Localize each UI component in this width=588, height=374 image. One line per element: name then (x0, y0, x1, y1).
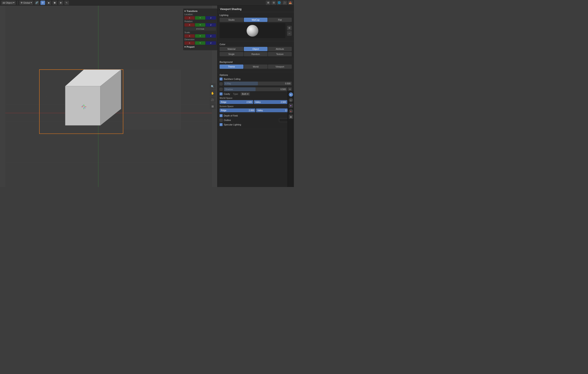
scale-z[interactable]: Z (206, 34, 216, 38)
transform-panel: ▾ Transform Location: X Y Z Rotation: X … (183, 9, 217, 50)
dof-label: Depth of Field (224, 114, 238, 117)
mode-label: dd (2, 1, 5, 4)
scene-button[interactable]: 🌐 (277, 1, 282, 5)
scale-fields: X Y Z (184, 34, 216, 38)
lighting-studio-btn[interactable]: Studio (220, 18, 243, 22)
outline-row: Outline (220, 118, 292, 122)
color-random-btn[interactable]: Random (244, 52, 268, 56)
matcap-actions: ⚙ ↔ (287, 26, 292, 36)
bg-viewport-btn[interactable]: Viewport (268, 64, 292, 69)
dim-z[interactable]: Z (206, 41, 216, 45)
screen-ridge-value: 2.000 (249, 109, 254, 112)
scale-y[interactable]: Y (195, 34, 205, 38)
screen-valley-label: Valley (257, 109, 263, 112)
camera-button[interactable]: 🎥 (210, 97, 216, 103)
shading-solid-button[interactable]: ■ (46, 1, 51, 5)
properties-world-icon[interactable]: ▦ (289, 115, 293, 119)
color-object-btn[interactable]: Object (244, 47, 268, 51)
lighting-section: Lighting Studio MatCap Flat ⚙ ↔ (217, 12, 294, 41)
stats-button[interactable]: ∿ (64, 1, 69, 5)
screen-ridge-label: Ridge (221, 109, 226, 112)
matcap-flip-btn[interactable]: ↔ (287, 31, 292, 36)
proportional-edit-button[interactable]: ⊙ (41, 1, 45, 5)
world-ridge-field[interactable]: Ridge 2.500 (220, 100, 253, 104)
bg-theme-btn[interactable]: Theme (220, 64, 243, 69)
location-z[interactable]: Z (206, 16, 216, 20)
background-section: Background Theme World Viewport (217, 59, 294, 72)
color-single-btn[interactable]: Single (220, 52, 243, 56)
rotation-mode[interactable]: XYZ Eule (184, 27, 216, 31)
backface-culling-checkbox[interactable] (220, 77, 222, 81)
rotation-y[interactable]: Y (195, 23, 205, 27)
specular-checkbox[interactable] (220, 123, 222, 126)
zoom-button[interactable]: 🔍 (210, 84, 216, 89)
shadow-checkbox[interactable] (220, 88, 222, 91)
screen-space-label: Screen Space (220, 105, 292, 107)
rotation-fields: X Y Z (184, 23, 216, 27)
shadow-field-container: Shadow 0.500 ⚙ (224, 87, 292, 91)
matcap-settings-btn[interactable]: ⚙ (287, 26, 292, 31)
dimensions-row: Dimension (184, 38, 216, 41)
xray-checkbox[interactable] (220, 82, 222, 85)
rotation-x[interactable]: X (184, 23, 195, 27)
dim-y[interactable]: Y (195, 41, 205, 45)
cavity-checkbox[interactable] (220, 92, 222, 96)
color-row-2: Single Random Texture (220, 52, 292, 56)
properties-viewlayer-icon[interactable]: ▼ (289, 104, 293, 108)
cavity-type-value: Both (242, 93, 247, 95)
workspace-layout[interactable]: ⊟ (271, 1, 276, 5)
screen-valley-field[interactable]: Valley 2.000 (256, 108, 292, 112)
pan-button[interactable]: ✋ (210, 90, 216, 96)
rotation-z[interactable]: Z (206, 23, 216, 27)
scale-x[interactable]: X (184, 34, 195, 38)
matcap-sphere (247, 25, 258, 37)
screen-ridge-field[interactable]: Ridge 2.000 (220, 108, 255, 112)
editor-type-button[interactable]: ⊞ (266, 1, 271, 5)
matcap-preview: ⚙ ↔ (220, 23, 292, 38)
xray-slider-container: X-Ray 0.500 (224, 82, 292, 85)
transform-icon: ⊕ (21, 1, 22, 4)
lighting-matcap-btn[interactable]: MatCap (244, 18, 268, 22)
cavity-type-dropdown[interactable]: Both ▾ (241, 92, 250, 96)
properties-scene-icon[interactable]: ♦ (289, 109, 293, 113)
mode-dropdown-icon: Object (6, 1, 12, 4)
properties-render-icon[interactable]: ● (289, 92, 293, 97)
outline-checkbox[interactable] (220, 119, 222, 122)
color-material-btn[interactable]: Material (220, 47, 243, 51)
xray-value: 0.500 (285, 82, 291, 85)
dimension-fields: X Y Z (184, 41, 216, 45)
location-y[interactable]: Y (195, 16, 205, 20)
separator-1 (220, 113, 292, 113)
output-button[interactable]: 📤 (288, 1, 293, 5)
background-buttons: Theme World Viewport (220, 64, 292, 69)
xray-toggle[interactable]: ◈ (58, 1, 63, 5)
world-valley-field[interactable]: Valley 2.500 (254, 100, 287, 104)
lighting-buttons: Studio MatCap Flat (220, 18, 292, 22)
location-row: Location: (184, 13, 216, 16)
xray-slider[interactable]: X-Ray 0.500 (224, 82, 292, 85)
properties-output-icon[interactable]: ◎ (289, 98, 293, 102)
render-button[interactable]: 🎥 (282, 1, 287, 5)
overlay-button[interactable]: ◉ (52, 1, 57, 5)
matcap-preview-area[interactable] (220, 23, 285, 38)
color-section: Color Material Object Attribute Single R… (217, 41, 294, 59)
cavity-row: Cavity Type: Both ▾ (220, 92, 292, 96)
dim-x[interactable]: X (184, 41, 195, 45)
shading-panel-header: Viewport Shading (217, 6, 294, 12)
color-attribute-btn[interactable]: Attribute (268, 47, 292, 51)
snap-button[interactable]: 🔗 (34, 1, 39, 5)
scale-row: Scale: (184, 31, 216, 34)
world-ridge-value: 2.500 (246, 101, 252, 103)
mode-selector[interactable]: dd Object ▾ (1, 1, 16, 5)
specular-label: Specular Lighting (224, 123, 241, 126)
bg-world-btn[interactable]: World (244, 64, 268, 69)
grid-button[interactable]: ⊞ (210, 103, 216, 109)
color-texture-btn[interactable]: Texture (268, 52, 292, 56)
viewport-tools: 🔍 ✋ 🎥 ⊞ (210, 84, 216, 109)
dof-checkbox[interactable] (220, 114, 222, 117)
svg-point-36 (83, 106, 83, 106)
shadow-slider[interactable]: Shadow 0.500 (224, 87, 287, 91)
location-x[interactable]: X (184, 16, 195, 20)
transform-selector[interactable]: ⊕ Global ▾ (19, 1, 33, 5)
lighting-flat-btn[interactable]: Flat (268, 18, 292, 22)
